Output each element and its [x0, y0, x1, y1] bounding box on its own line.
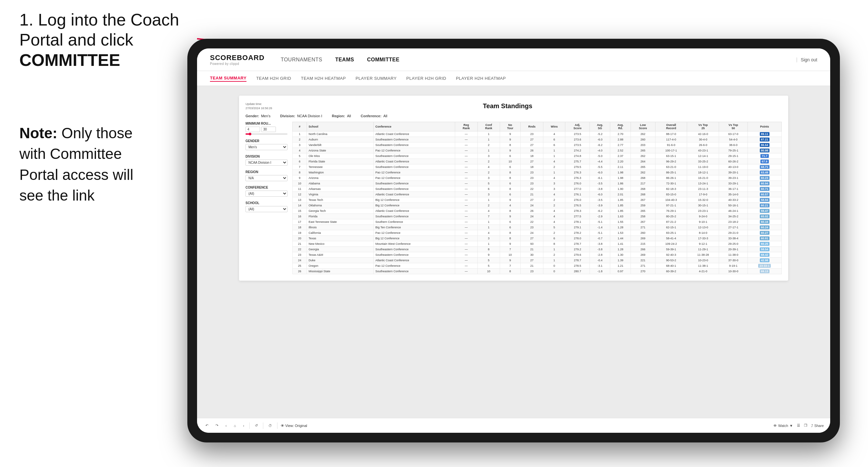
col-avg-rd: Avg.Rd.	[610, 122, 630, 131]
col-conf-rank: ConfRank	[477, 122, 500, 131]
main-content: Update time: 27/03/2024 16:56:26 Team St…	[197, 86, 830, 418]
sub-nav-player-h2h-heatmap[interactable]: PLAYER H2H HEATMAP	[456, 75, 505, 82]
tablet-screen: SCOREBOARD Powered by clippd TOURNAMENTS…	[197, 49, 830, 433]
table-row: 17East Tennessee StateSouthern Conferenc…	[293, 219, 782, 225]
region-filter: Region: All	[332, 114, 351, 118]
table-row: 3VanderbiltSoutheastern Conference—28276…	[293, 143, 782, 148]
division-select[interactable]: NCAA Division I	[246, 160, 287, 166]
min-rounds-input-high[interactable]	[261, 127, 276, 132]
toolbar-icon1[interactable]: ☰	[797, 424, 800, 428]
table-row: 6Florida StateAtlantic Coast Conference—…	[293, 159, 782, 164]
col-no-tour: NoTour	[500, 122, 520, 131]
toolbar-back[interactable]: ‹	[223, 423, 229, 429]
table-row: 23Texas A&MSoutheastern Conference—91030…	[293, 252, 782, 258]
tablet-device: SCOREBOARD Powered by clippd TOURNAMENTS…	[187, 39, 840, 442]
watch-button[interactable]: 👁 Watch ▼	[773, 424, 793, 428]
data-table: # School Conference RegRank ConfRank NoT…	[292, 122, 782, 274]
table-row: 8WashingtonPac-12 Conference—28231276.3-…	[293, 170, 782, 175]
sub-nav-player-summary[interactable]: PLAYER SUMMARY	[356, 75, 397, 82]
nav-item-teams[interactable]: TEAMS	[335, 55, 354, 64]
share-button[interactable]: ⤴ Share	[811, 424, 824, 428]
note-text: Note: Only those with Committee Portal a…	[20, 123, 158, 206]
nav-item-tournaments[interactable]: TOURNAMENTS	[281, 55, 322, 64]
table-row: 11ArkansasSoutheastern Conference—682232…	[293, 186, 782, 192]
toolbar-fullscreen[interactable]: ❐	[804, 424, 807, 428]
table-row: 5Ole MissSoutheastern Conference—3618127…	[293, 153, 782, 159]
toolbar-sep3	[277, 423, 278, 429]
table-row: 16FloridaSoutheastern Conference—7924427…	[293, 214, 782, 219]
table-row: 25OregonPac-12 Conference—57210278.5-3.1…	[293, 263, 782, 269]
sub-nav-team-h2h-grid[interactable]: TEAM H2H GRID	[256, 75, 291, 82]
min-rounds-inputs	[246, 127, 287, 132]
toolbar-view[interactable]: 👁 View: Original	[281, 424, 307, 428]
school-section: School (All)	[246, 201, 287, 212]
slider-dot	[249, 133, 251, 135]
logo-text: SCOREBOARD	[210, 54, 265, 62]
sub-nav: TEAM SUMMARY TEAM H2H GRID TEAM H2H HEAT…	[197, 71, 830, 86]
note-area: Note: Only those with Committee Portal a…	[20, 123, 158, 206]
min-rounds-section: Minimum Rou...	[246, 122, 287, 135]
col-conference: Conference	[374, 122, 455, 131]
nav-items: TOURNAMENTS TEAMS COMMITTEE	[281, 55, 796, 64]
nav-bar: SCOREBOARD Powered by clippd TOURNAMENTS…	[197, 49, 830, 71]
table-row: 9ArizonaPac-12 Conference—38234276.3-6.1…	[293, 175, 782, 181]
nav-item-committee[interactable]: COMMITTEE	[367, 55, 400, 64]
conference-filter: Conference: All	[361, 114, 387, 118]
school-select[interactable]: (All)	[246, 206, 287, 212]
table-row: 20TexasBig 12 Conference—38276278.0-0.71…	[293, 236, 782, 241]
toolbar-sep2	[263, 423, 263, 429]
sub-nav-team-h2h-heatmap[interactable]: TEAM H2H HEATMAP	[301, 75, 346, 82]
min-rounds-input-low[interactable]	[246, 127, 260, 132]
sign-out-button[interactable]: Sign out	[801, 57, 817, 62]
toolbar-clock[interactable]: ⏱	[267, 423, 274, 429]
gender-section: Gender Men's	[246, 139, 287, 150]
col-points: Points	[747, 122, 781, 131]
region-select[interactable]: N/A	[246, 175, 287, 181]
conference-section: Conference (All)	[246, 186, 287, 197]
table-row: 24DukeAtlantic Coast Conference—59271278…	[293, 258, 782, 263]
col-vs-top25: Vs Top25	[687, 122, 719, 131]
col-wins: Wins	[544, 122, 565, 131]
table-row: 12VirginiaAtlantic Coast Conference—3621…	[293, 192, 782, 197]
table-row: 2AuburnSoutheastern Conference—19276273.…	[293, 137, 782, 143]
table-row: 15Georgia TechAtlantic Coast Conference—…	[293, 208, 782, 214]
sub-nav-player-h2h-grid[interactable]: PLAYER H2H GRID	[406, 75, 446, 82]
table-row: 26Mississippi StateSoutheastern Conferen…	[293, 269, 782, 274]
division-filter: Division: NCAA Division I	[280, 114, 322, 118]
toolbar-home[interactable]: ⌂	[232, 423, 238, 429]
sub-nav-team-summary[interactable]: TEAM SUMMARY	[210, 75, 246, 82]
conference-select[interactable]: (All)	[246, 191, 287, 197]
toolbar-undo[interactable]: ↶	[204, 423, 210, 429]
table-row: 1North CarolinaAtlantic Coast Conference…	[293, 131, 782, 137]
col-overall-record: OverallRecord	[655, 122, 687, 131]
logo-sub: Powered by clippd	[210, 62, 265, 66]
col-rnds: Rnds	[520, 122, 543, 131]
col-rank: #	[293, 122, 307, 131]
table-row: 10AlabamaSoutheastern Conference—5623327…	[293, 181, 782, 186]
sidebar-filters: Minimum Rou... Gender	[246, 122, 287, 274]
col-school: School	[307, 122, 374, 131]
gender-select[interactable]: Men's	[246, 144, 287, 150]
content-layout: Minimum Rou... Gender	[246, 122, 782, 274]
col-low-score: LowScore	[630, 122, 655, 131]
table-row: 7TennesseeSoutheastern Conference—461822…	[293, 164, 782, 170]
gender-filter: Gender: Men's	[246, 114, 270, 118]
table-row: 13Texas TechBig 12 Conference—19272276.0…	[293, 197, 782, 203]
col-avg-sg: Avg.SG	[590, 122, 610, 131]
standings-table: # School Conference RegRank ConfRank NoT…	[292, 122, 782, 274]
toolbar-forward[interactable]: ›	[241, 423, 246, 429]
nav-divider: |	[796, 57, 797, 63]
toolbar-refresh[interactable]: ↺	[253, 423, 260, 429]
update-time: Update time: 27/03/2024 16:56:26	[246, 102, 272, 110]
col-reg-rank: RegRank	[455, 122, 477, 131]
toolbar-redo[interactable]: ↷	[214, 423, 220, 429]
col-vs-top50: Vs Top50	[719, 122, 747, 131]
filters-row: Gender: Men's Division: NCAA Division I …	[246, 114, 782, 118]
table-row: 18IllinoisBig Ten Conference—16235279.1-…	[293, 225, 782, 230]
col-adj-score: Adj.Score	[565, 122, 590, 131]
logo-area: SCOREBOARD Powered by clippd	[210, 54, 265, 66]
min-rounds-slider[interactable]	[246, 133, 287, 135]
table-row: 19CaliforniaPac-12 Conference—48242278.2…	[293, 230, 782, 236]
toolbar-sep1	[249, 423, 250, 429]
table-row: 21New MexicoMountain West Conference—199…	[293, 241, 782, 247]
